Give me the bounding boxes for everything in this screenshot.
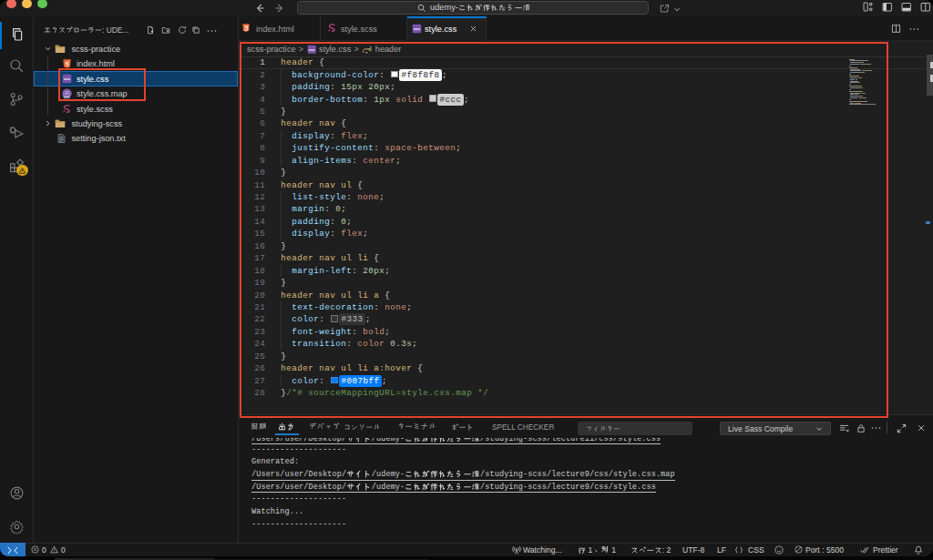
- svg-text:css: css: [414, 26, 421, 31]
- svg-text:5: 5: [66, 60, 69, 66]
